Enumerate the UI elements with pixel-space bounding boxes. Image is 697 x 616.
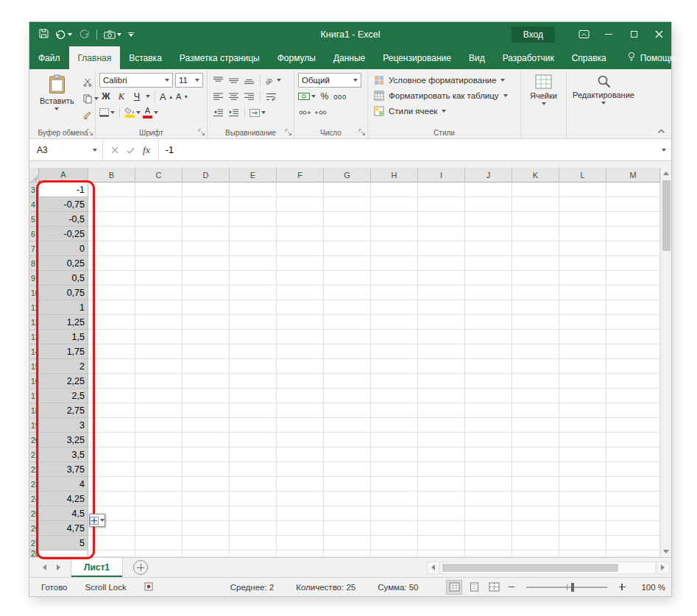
cell-E24[interactable] bbox=[230, 492, 277, 506]
cell-F14[interactable] bbox=[277, 344, 324, 359]
cell-M3[interactable] bbox=[606, 183, 660, 197]
cell-H24[interactable] bbox=[371, 492, 418, 506]
cell-J27[interactable] bbox=[465, 536, 512, 550]
cell-C17[interactable] bbox=[135, 389, 183, 403]
cell-L11[interactable] bbox=[559, 300, 606, 315]
accounting-caret[interactable] bbox=[311, 95, 316, 98]
cell-J8[interactable] bbox=[465, 256, 512, 271]
cell-C21[interactable] bbox=[135, 447, 183, 462]
cell-A14[interactable]: 1,75 bbox=[39, 344, 88, 359]
cell-L4[interactable] bbox=[559, 197, 606, 212]
merge-caret[interactable] bbox=[261, 111, 266, 114]
cell-G15[interactable] bbox=[324, 359, 371, 374]
cell-M6[interactable] bbox=[606, 227, 660, 241]
conditional-formatting-caret[interactable] bbox=[500, 79, 505, 82]
ribbon-tab-home[interactable]: Главная bbox=[69, 46, 121, 69]
cell-I6[interactable] bbox=[418, 227, 465, 241]
column-header-A[interactable]: A bbox=[39, 168, 88, 183]
cell-F12[interactable] bbox=[277, 315, 324, 330]
customize-qat-button[interactable] bbox=[128, 32, 134, 37]
font-dialog-launcher[interactable] bbox=[198, 129, 205, 136]
cell-L17[interactable] bbox=[559, 389, 606, 403]
column-header-D[interactable]: D bbox=[183, 168, 230, 183]
cell-I18[interactable] bbox=[418, 403, 465, 418]
cell-L24[interactable] bbox=[559, 492, 606, 506]
cell-C11[interactable] bbox=[135, 300, 183, 315]
cell-E19[interactable] bbox=[230, 418, 277, 433]
cell-F26[interactable] bbox=[277, 521, 324, 536]
cell-K26[interactable] bbox=[512, 521, 559, 536]
cell-H20[interactable] bbox=[371, 433, 418, 447]
cell-I7[interactable] bbox=[418, 241, 465, 256]
cell-G28[interactable] bbox=[324, 550, 371, 557]
cell-K24[interactable] bbox=[512, 492, 559, 506]
column-header-M[interactable]: M bbox=[606, 168, 660, 183]
cell-B14[interactable] bbox=[88, 344, 135, 359]
column-header-E[interactable]: E bbox=[230, 168, 277, 183]
cell-J25[interactable] bbox=[465, 506, 512, 521]
row-header-12[interactable]: 12 bbox=[29, 315, 39, 330]
cell-H26[interactable] bbox=[371, 521, 418, 536]
cell-M22[interactable] bbox=[606, 462, 660, 477]
cell-A23[interactable]: 4 bbox=[39, 477, 88, 492]
cell-I10[interactable] bbox=[418, 286, 465, 300]
cell-E12[interactable] bbox=[230, 315, 277, 330]
cell-A15[interactable]: 2 bbox=[39, 359, 88, 374]
sign-in-button[interactable]: Вход bbox=[512, 26, 555, 43]
increase-decimal-button[interactable] bbox=[298, 105, 311, 120]
grow-font-button[interactable]: А▲ bbox=[160, 89, 174, 104]
cell-G5[interactable] bbox=[324, 212, 371, 227]
cell-G6[interactable] bbox=[324, 227, 371, 241]
scroll-up-arrow[interactable] bbox=[661, 168, 671, 179]
cell-I24[interactable] bbox=[418, 492, 465, 506]
row-header-25[interactable]: 25 bbox=[29, 506, 39, 521]
cell-D9[interactable] bbox=[183, 271, 230, 286]
cell-D22[interactable] bbox=[183, 462, 230, 477]
cell-D6[interactable] bbox=[183, 227, 230, 241]
cell-I17[interactable] bbox=[418, 389, 465, 403]
underline-dropdown-caret[interactable] bbox=[146, 95, 150, 98]
cell-B5[interactable] bbox=[88, 212, 135, 227]
cell-M5[interactable] bbox=[606, 212, 660, 227]
cell-A20[interactable]: 3,25 bbox=[39, 433, 88, 447]
number-dialog-launcher[interactable] bbox=[358, 129, 366, 136]
cell-E21[interactable] bbox=[230, 447, 277, 462]
cell-F5[interactable] bbox=[277, 212, 324, 227]
cell-I8[interactable] bbox=[418, 256, 465, 271]
cell-B6[interactable] bbox=[88, 227, 135, 241]
cell-C15[interactable] bbox=[135, 359, 183, 374]
cell-H14[interactable] bbox=[371, 344, 418, 359]
formula-input[interactable]: -1 bbox=[159, 139, 657, 160]
cell-A13[interactable]: 1,5 bbox=[39, 330, 88, 344]
cell-H10[interactable] bbox=[371, 286, 418, 300]
cell-L5[interactable] bbox=[559, 212, 606, 227]
cell-G7[interactable] bbox=[324, 241, 371, 256]
cell-G14[interactable] bbox=[324, 344, 371, 359]
cell-M9[interactable] bbox=[606, 271, 660, 286]
cell-F19[interactable] bbox=[277, 418, 324, 433]
cell-G11[interactable] bbox=[324, 300, 371, 315]
cell-H25[interactable] bbox=[371, 506, 418, 521]
cell-M25[interactable] bbox=[606, 506, 660, 521]
cell-G10[interactable] bbox=[324, 286, 371, 300]
cell-A6[interactable]: -0,25 bbox=[39, 227, 88, 241]
cell-L14[interactable] bbox=[559, 344, 606, 359]
add-sheet-button[interactable] bbox=[133, 560, 148, 575]
cell-A5[interactable]: -0,5 bbox=[39, 212, 88, 227]
cell-H12[interactable] bbox=[371, 315, 418, 330]
cell-C3[interactable] bbox=[135, 183, 183, 197]
cell-L10[interactable] bbox=[559, 286, 606, 300]
fill-color-caret[interactable] bbox=[136, 111, 141, 114]
expand-formula-bar-button[interactable] bbox=[657, 139, 671, 160]
clipboard-dialog-launcher[interactable] bbox=[86, 129, 93, 136]
cell-M12[interactable] bbox=[606, 315, 660, 330]
row-header-15[interactable]: 15 bbox=[29, 359, 39, 374]
cell-H27[interactable] bbox=[371, 536, 418, 550]
cell-M28[interactable] bbox=[606, 550, 660, 557]
cell-H15[interactable] bbox=[371, 359, 418, 374]
cell-H6[interactable] bbox=[371, 227, 418, 241]
cell-G21[interactable] bbox=[324, 447, 371, 462]
cell-K10[interactable] bbox=[512, 286, 559, 300]
cell-I26[interactable] bbox=[418, 521, 465, 536]
row-header-6[interactable]: 6 bbox=[29, 227, 39, 241]
